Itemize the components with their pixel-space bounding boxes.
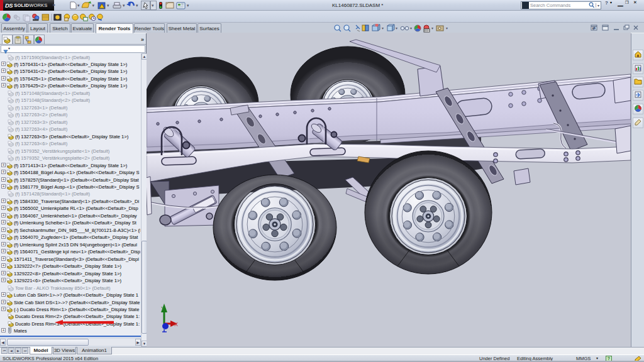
svg-text:▾: ▾ [396, 26, 397, 30]
svg-text:⇄: ⇄ [592, 26, 596, 30]
svg-text:▾: ▾ [123, 3, 125, 8]
svg-text:X: X [174, 321, 178, 327]
svg-text:▾: ▾ [431, 26, 433, 30]
svg-text:▾: ▾ [92, 3, 95, 8]
svg-text:▾: ▾ [77, 3, 80, 8]
svg-text:▾: ▾ [446, 26, 448, 30]
svg-text:▾: ▾ [152, 3, 154, 8]
svg-text:▾: ▾ [382, 26, 384, 30]
svg-text:▾: ▾ [107, 3, 109, 8]
svg-text:Y: Y [161, 305, 165, 312]
svg-text:▾: ▾ [410, 26, 412, 30]
svg-text:▾: ▾ [136, 3, 138, 8]
svg-text:▾: ▾ [187, 3, 189, 8]
